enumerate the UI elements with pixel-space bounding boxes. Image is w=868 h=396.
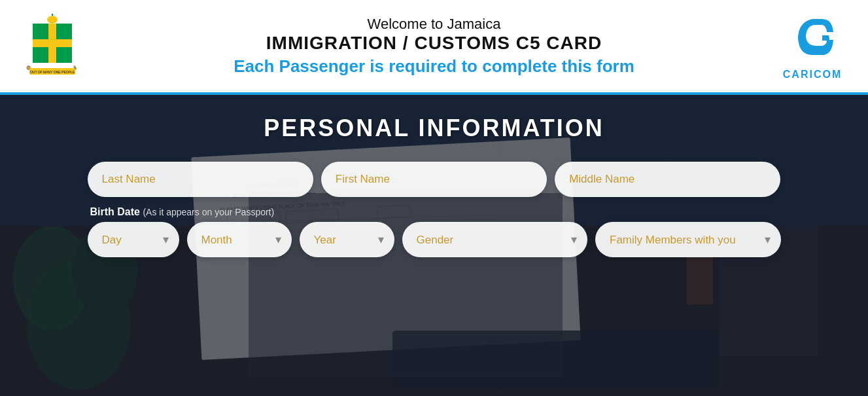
card-title: IMMIGRATION / CUSTOMS C5 CARD bbox=[92, 33, 776, 54]
svg-point-7 bbox=[47, 16, 58, 24]
year-select[interactable]: Year202420232022202120202000199019801970… bbox=[300, 222, 394, 257]
gender-wrapper: GenderMaleFemaleOther ▾ bbox=[402, 222, 588, 257]
svg-rect-6 bbox=[56, 47, 72, 63]
passenger-notice: Each Passenger is required to complete t… bbox=[92, 56, 776, 77]
svg-rect-2 bbox=[33, 39, 72, 47]
header-center: Welcome to Jamaica IMMIGRATION / CUSTOMS… bbox=[92, 16, 776, 77]
date-gender-row: Day1234567891011121314151617181920212223… bbox=[88, 222, 781, 257]
month-select[interactable]: MonthJanuaryFebruaryMarchAprilMayJuneJul… bbox=[187, 222, 292, 257]
section-title: PERSONAL INFORMATION bbox=[264, 115, 604, 142]
day-wrapper: Day1234567891011121314151617181920212223… bbox=[88, 222, 179, 257]
name-row bbox=[88, 162, 781, 197]
birth-date-note: (As it appears on your Passport) bbox=[143, 207, 274, 217]
jamaica-coat-of-arms: 🦁 🐊 OUT OF MANY ONE PEOPLE bbox=[20, 10, 92, 82]
family-wrapper: Family Members with you012345678910+ ▾ bbox=[595, 222, 781, 257]
last-name-input[interactable] bbox=[88, 162, 313, 197]
welcome-text: Welcome to Jamaica bbox=[92, 16, 776, 33]
caricom-logo: CARICOM bbox=[776, 12, 848, 81]
form-overlay: PERSONAL INFORMATION Birth Date (As it a… bbox=[0, 95, 868, 396]
page-header: 🦁 🐊 OUT OF MANY ONE PEOPLE Welcome to Ja… bbox=[0, 0, 868, 95]
gender-select[interactable]: GenderMaleFemaleOther bbox=[402, 222, 588, 257]
middle-name-input[interactable] bbox=[555, 162, 780, 197]
caricom-icon bbox=[786, 12, 839, 65]
birth-date-label-row: Birth Date (As it appears on your Passpo… bbox=[88, 206, 781, 218]
birth-date-label: Birth Date bbox=[90, 206, 140, 217]
main-content: Welcome to Jamaica IMMIGRATION/ CUSTOMS … bbox=[0, 95, 868, 396]
caricom-label: CARICOM bbox=[783, 69, 842, 81]
svg-rect-3 bbox=[33, 24, 48, 39]
svg-rect-4 bbox=[56, 24, 72, 39]
svg-rect-5 bbox=[33, 47, 48, 63]
month-wrapper: MonthJanuaryFebruaryMarchAprilMayJuneJul… bbox=[187, 222, 292, 257]
year-wrapper: Year202420232022202120202000199019801970… bbox=[300, 222, 394, 257]
day-select[interactable]: Day1234567891011121314151617181920212223… bbox=[88, 222, 179, 257]
first-name-input[interactable] bbox=[321, 162, 547, 197]
svg-text:OUT OF MANY ONE PEOPLE: OUT OF MANY ONE PEOPLE bbox=[30, 70, 75, 74]
family-select[interactable]: Family Members with you012345678910+ bbox=[595, 222, 781, 257]
